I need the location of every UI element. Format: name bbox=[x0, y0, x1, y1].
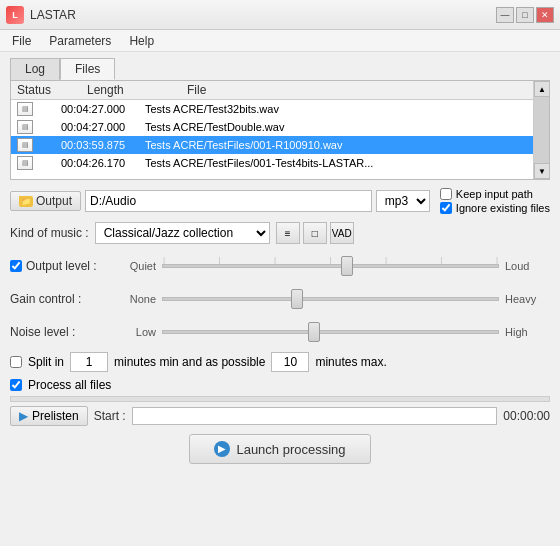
noise-level-track bbox=[162, 330, 499, 334]
split-max-input[interactable] bbox=[271, 352, 309, 372]
launch-icon: ▶ bbox=[214, 441, 230, 457]
menu-bar: File Parameters Help bbox=[0, 30, 560, 52]
gain-control-label: Gain control : bbox=[10, 292, 105, 306]
window-controls: — □ ✕ bbox=[496, 7, 554, 23]
process-all-checkbox[interactable] bbox=[10, 379, 22, 391]
file-icon: ▤ bbox=[17, 102, 33, 116]
scroll-down-button[interactable]: ▼ bbox=[534, 163, 550, 179]
col-header-file: File bbox=[187, 83, 543, 97]
restore-button[interactable]: □ bbox=[516, 7, 534, 23]
split-max-label: minutes max. bbox=[315, 355, 386, 369]
file-row-selected[interactable]: ▤ 00:03:59.875 Tests ACRE/TestFiles/001-… bbox=[11, 136, 549, 154]
close-button[interactable]: ✕ bbox=[536, 7, 554, 23]
title-bar: L LASTAR — □ ✕ bbox=[0, 0, 560, 30]
menu-file[interactable]: File bbox=[4, 32, 39, 50]
scroll-thumb[interactable] bbox=[534, 97, 549, 163]
split-in-label: Split in bbox=[28, 355, 64, 369]
music-buttons: ≡ □ VAD bbox=[276, 222, 354, 244]
split-in-checkbox[interactable] bbox=[10, 356, 22, 368]
output-button[interactable]: 📁 Output bbox=[10, 191, 81, 211]
kind-of-music-row: Kind of music : Classical/Jazz collectio… bbox=[10, 222, 550, 244]
output-level-label: Output level : bbox=[10, 259, 105, 273]
tab-log[interactable]: Log bbox=[10, 58, 60, 80]
prelisten-row: ▶ Prelisten Start : 00:00:00 bbox=[10, 406, 550, 426]
minimize-button[interactable]: — bbox=[496, 7, 514, 23]
split-min-input[interactable] bbox=[70, 352, 108, 372]
noise-level-label: Noise level : bbox=[10, 325, 105, 339]
kind-of-music-select[interactable]: Classical/Jazz collection Rock/Pop Elect… bbox=[95, 222, 270, 244]
format-select[interactable]: mp3 wav ogg flac bbox=[376, 190, 430, 212]
file-panel: Status Length File ▤ 00:04:27.000 Tests … bbox=[10, 80, 550, 180]
output-level-checkbox[interactable] bbox=[10, 260, 22, 272]
process-all-row: Process all files bbox=[10, 378, 550, 392]
keep-input-path-row[interactable]: Keep input path bbox=[440, 188, 550, 200]
noise-level-row: Noise level : Low High bbox=[10, 318, 550, 346]
gain-control-track bbox=[162, 297, 499, 301]
main-content: Log Files Status Length File ▤ 00:04:27.… bbox=[0, 52, 560, 470]
right-checkboxes: Keep input path Ignore existing files bbox=[440, 188, 550, 214]
split-in-row: Split in minutes min and as possible min… bbox=[10, 352, 550, 372]
process-all-label: Process all files bbox=[28, 378, 111, 392]
launch-processing-button[interactable]: ▶ Launch processing bbox=[189, 434, 370, 464]
kind-of-music-label: Kind of music : bbox=[10, 226, 89, 240]
gain-control-row: Gain control : None Heavy bbox=[10, 285, 550, 313]
output-level-row: Output level : Quiet || || || | Lo bbox=[10, 252, 550, 280]
col-header-status: Status bbox=[17, 83, 67, 97]
noise-level-right: High bbox=[505, 326, 550, 338]
prelisten-icon: ▶ bbox=[19, 409, 28, 423]
app-icon: L bbox=[6, 6, 24, 24]
app-title: LASTAR bbox=[30, 8, 76, 22]
launch-section: ▶ Launch processing bbox=[10, 434, 550, 464]
music-btn-2[interactable]: □ bbox=[303, 222, 327, 244]
gain-control-thumb[interactable] bbox=[291, 289, 303, 309]
output-level-thumb[interactable] bbox=[341, 256, 353, 276]
music-btn-vad[interactable]: VAD bbox=[330, 222, 354, 244]
start-label: Start : bbox=[94, 409, 126, 423]
menu-parameters[interactable]: Parameters bbox=[41, 32, 119, 50]
tab-files[interactable]: Files bbox=[60, 58, 115, 80]
col-header-length: Length bbox=[87, 83, 167, 97]
keep-input-path-checkbox[interactable] bbox=[440, 188, 452, 200]
menu-help[interactable]: Help bbox=[121, 32, 162, 50]
main-progress-bar bbox=[10, 396, 550, 402]
gain-control-left: None bbox=[111, 293, 156, 305]
file-row[interactable]: ▤ 00:04:26.170 Tests ACRE/TestFiles/001-… bbox=[11, 154, 549, 172]
scrollbar-vertical[interactable]: ▲ ▼ bbox=[533, 81, 549, 179]
output-path-input[interactable] bbox=[85, 190, 372, 212]
split-min-label: minutes min and as possible bbox=[114, 355, 265, 369]
noise-level-thumb[interactable] bbox=[308, 322, 320, 342]
file-icon: ▤ bbox=[17, 138, 33, 152]
time-display: 00:00:00 bbox=[503, 409, 550, 423]
ignore-existing-row[interactable]: Ignore existing files bbox=[440, 202, 550, 214]
file-icon: ▤ bbox=[17, 120, 33, 134]
gain-control-slider-container bbox=[162, 285, 499, 313]
file-list-header: Status Length File bbox=[11, 81, 549, 100]
start-progress-bar bbox=[132, 407, 498, 425]
output-level-left: Quiet bbox=[111, 260, 156, 272]
output-row: 📁 Output mp3 wav ogg flac Keep input pat… bbox=[10, 188, 550, 214]
scroll-up-button[interactable]: ▲ bbox=[534, 81, 550, 97]
output-level-right: Loud bbox=[505, 260, 550, 272]
sliders-section: Output level : Quiet || || || | Lo bbox=[10, 252, 550, 346]
file-row[interactable]: ▤ 00:04:27.000 Tests ACRE/TestDouble.wav bbox=[11, 118, 549, 136]
file-row[interactable]: ▤ 00:04:27.000 Tests ACRE/Test32bits.wav bbox=[11, 100, 549, 118]
music-btn-1[interactable]: ≡ bbox=[276, 222, 300, 244]
output-level-track: || || || | bbox=[162, 264, 499, 268]
output-level-slider-container: || || || | bbox=[162, 252, 499, 280]
ignore-existing-checkbox[interactable] bbox=[440, 202, 452, 214]
folder-icon: 📁 bbox=[19, 196, 33, 207]
gain-control-right: Heavy bbox=[505, 293, 550, 305]
prelisten-button[interactable]: ▶ Prelisten bbox=[10, 406, 88, 426]
tab-bar: Log Files bbox=[10, 58, 550, 80]
noise-level-slider-container bbox=[162, 318, 499, 346]
file-icon: ▤ bbox=[17, 156, 33, 170]
noise-level-left: Low bbox=[111, 326, 156, 338]
